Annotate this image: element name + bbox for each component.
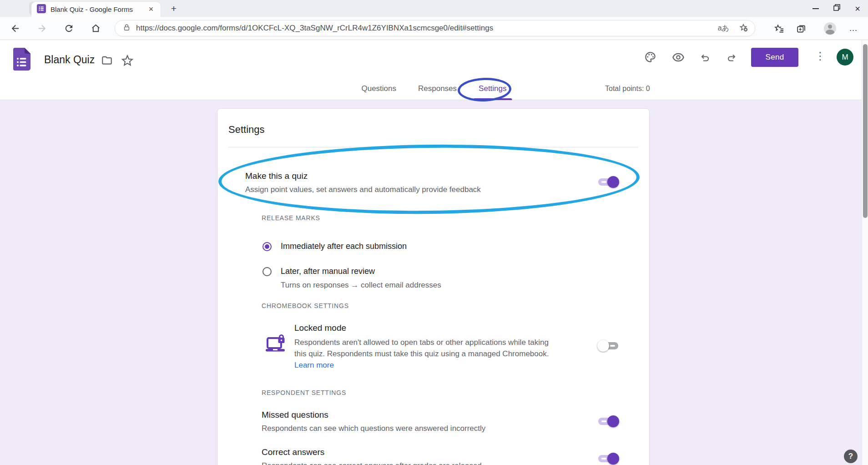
settings-heading: Settings	[228, 124, 265, 136]
tab-settings[interactable]: Settings	[471, 77, 514, 100]
locked-mode-laptop-icon	[264, 334, 286, 356]
back-button[interactable]	[9, 22, 21, 34]
radio-later[interactable]	[262, 267, 272, 276]
lock-icon	[123, 24, 131, 33]
scrollbar-thumb[interactable]	[863, 44, 868, 218]
forms-app-header: Blank Quiz Send ⋮ M	[0, 40, 868, 77]
collections-icon[interactable]	[795, 22, 807, 34]
url-text[interactable]: https://docs.google.com/forms/d/1OKCFcL-…	[136, 24, 718, 33]
missed-questions-title: Missed questions	[262, 410, 328, 420]
correct-answers-toggle[interactable]	[597, 452, 619, 465]
restore-icon	[833, 4, 840, 13]
address-bar[interactable]: https://docs.google.com/forms/d/1OKCFcL-…	[115, 20, 755, 36]
quiz-toggle[interactable]	[597, 176, 619, 188]
forward-button[interactable]	[36, 22, 48, 34]
person-icon	[828, 25, 832, 29]
refresh-button[interactable]	[63, 22, 75, 34]
window-controls: ×	[805, 0, 868, 17]
star-form-icon[interactable]	[121, 54, 134, 69]
missed-questions-description: Respondents can see which questions were…	[262, 424, 485, 433]
help-button[interactable]: ?	[844, 450, 858, 463]
browser-menu-button[interactable]: …	[849, 23, 858, 33]
translate-icon[interactable]: aあ	[718, 24, 729, 33]
new-tab-button[interactable]: +	[167, 3, 180, 15]
theme-palette-icon[interactable]	[644, 51, 656, 65]
quiz-toggle-title: Make this a quiz	[245, 171, 308, 181]
radio-later-subtext: Turns on responses → collect email addre…	[281, 281, 441, 290]
browser-window: Blank Quiz - Google Forms × + ×	[0, 0, 868, 465]
preview-eye-icon[interactable]	[672, 52, 685, 65]
form-nav-bar: Questions Responses Settings Total point…	[0, 77, 868, 100]
radio-immediately[interactable]	[262, 242, 272, 251]
tab-responses[interactable]: Responses	[411, 77, 464, 100]
minimize-button[interactable]	[805, 0, 826, 17]
form-title[interactable]: Blank Quiz	[44, 54, 95, 66]
google-forms-logo[interactable]	[13, 48, 30, 72]
respondent-settings-header: RESPONDENT SETTINGS	[262, 389, 346, 396]
forms-favicon	[37, 4, 46, 15]
send-button[interactable]: Send	[751, 48, 798, 67]
radio-later-label[interactable]: Later, after manual review	[281, 267, 375, 276]
release-marks-header: RELEASE MARKS	[262, 214, 320, 222]
radio-immediately-label[interactable]: Immediately after each submission	[281, 242, 407, 251]
browser-tab-strip: Blank Quiz - Google Forms × + ×	[0, 0, 868, 17]
quiz-toggle-description: Assign point values, set answers and aut…	[245, 185, 481, 194]
correct-answers-description: Respondents can see correct answers afte…	[262, 461, 482, 465]
browser-tab[interactable]: Blank Quiz - Google Forms ×	[31, 2, 161, 17]
add-favorite-icon[interactable]	[738, 22, 748, 34]
settings-card: Settings Make this a quiz Assign point v…	[217, 108, 650, 465]
correct-answers-title: Correct answers	[262, 447, 324, 457]
minimize-icon	[812, 8, 819, 9]
browser-toolbar: https://docs.google.com/forms/d/1OKCFcL-…	[0, 17, 868, 40]
learn-more-link[interactable]: Learn more	[294, 361, 334, 369]
missed-questions-toggle[interactable]	[597, 415, 619, 428]
more-options-icon[interactable]: ⋮	[814, 50, 826, 62]
home-button[interactable]	[90, 22, 101, 34]
undo-icon[interactable]	[699, 52, 711, 65]
locked-mode-title: Locked mode	[294, 323, 346, 333]
move-to-folder-icon[interactable]	[101, 55, 113, 68]
total-points-label: Total points: 0	[605, 77, 650, 100]
divider	[228, 147, 638, 147]
redo-icon[interactable]	[726, 52, 738, 65]
locked-mode-description: Respondents aren't allowed to open tabs …	[294, 337, 549, 371]
favorites-icon[interactable]	[773, 22, 785, 34]
page-scrollbar[interactable]	[862, 40, 868, 465]
settings-page: Settings Make this a quiz Assign point v…	[0, 100, 868, 465]
browser-profile-avatar[interactable]	[824, 22, 836, 35]
close-window-button[interactable]: ×	[847, 0, 868, 17]
chromebook-settings-header: CHROMEBOOK SETTINGS	[262, 302, 349, 309]
tab-title: Blank Quiz - Google Forms	[50, 5, 146, 13]
account-avatar[interactable]: M	[837, 49, 853, 66]
restore-button[interactable]	[826, 0, 847, 17]
locked-mode-toggle[interactable]	[597, 339, 619, 352]
tab-close-button[interactable]: ×	[146, 5, 156, 15]
tab-questions[interactable]: Questions	[354, 77, 404, 100]
